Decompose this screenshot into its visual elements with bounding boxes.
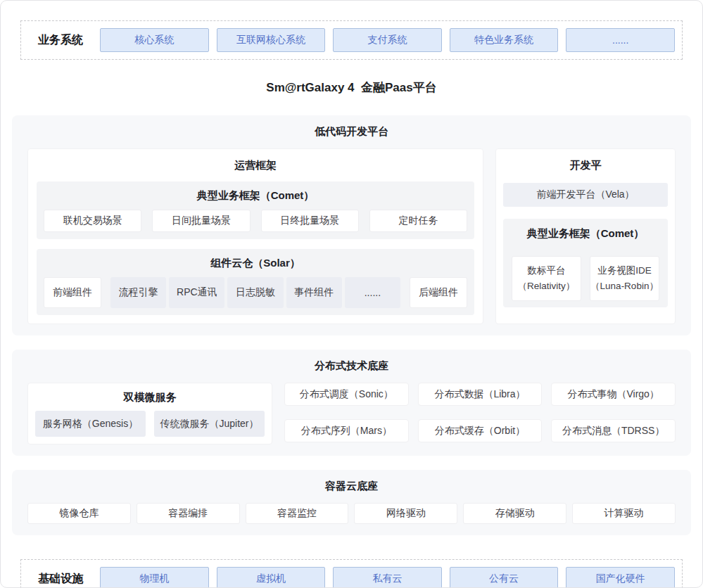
component-backend: 后端组件 [410,277,467,308]
comet-scenario-row: 联机交易场景 日间批量场景 日终批量场景 定时任务 [44,210,467,232]
infrastructure-boxes: 物理机 虚拟机 私有云 公有云 国产化硬件 [100,567,675,588]
component-frontend: 前端组件 [44,277,101,308]
distributed-cache-orbit: 分布式缓存（Orbit） [418,419,543,442]
dual-mode-row: 服务网格（Genesis） 传统微服务（Jupiter） [35,411,265,437]
infra-virtual-machine: 虚拟机 [217,567,326,588]
relativity-code: （Relativity） [518,279,576,294]
container-monitoring: 容器监控 [246,503,349,524]
infra-physical-machine: 物理机 [100,567,209,588]
distributed-sequence-mars: 分布式序列（Mars） [284,419,409,442]
business-systems-label: 业务系统 [21,33,100,48]
dual-mode-microservices-title: 双模微服务 [35,391,265,404]
distributed-data-libra: 分布式数据（Libra） [418,383,543,406]
storage-driver: 存储驱动 [463,503,566,524]
dev-platform-card: 开发平 前端开发平台（Vela） 典型业务框架（Comet） 数标平台 （Rel… [495,148,676,324]
infrastructure-row: 基础设施 物理机 虚拟机 私有云 公有云 国产化硬件 [20,559,683,588]
service-mesh-genesis: 服务网格（Genesis） [35,411,146,437]
component-rpc: RPC通讯 [169,277,224,308]
infra-domestic-hardware: 国产化硬件 [566,567,675,588]
distributed-transaction-virgo: 分布式事物（Virgo） [551,383,676,406]
low-code-section-body: 运营框架 典型业务框架（Comet） 联机交易场景 日间批量场景 日终批量场景 … [27,148,676,324]
solar-component-cloud-title: 组件云仓（Solar） [44,257,467,270]
image-registry: 镜像仓库 [27,503,131,524]
container-cloud-row: 镜像仓库 容器编排 容器监控 网络驱动 存储驱动 计算驱动 [27,503,676,524]
relativity-data-platform: 数标平台 （Relativity） [512,256,581,301]
distributed-services-grid: 分布式调度（Sonic） 分布式数据（Libra） 分布式事物（Virgo） 分… [284,383,676,445]
operation-framework-title: 运营框架 [37,159,474,172]
business-system-payment: 支付系统 [333,28,442,52]
distributed-section: 分布式技术底座 双模微服务 服务网格（Genesis） 传统微服务（Jupite… [12,350,691,456]
solar-component-cloud-card: 组件云仓（Solar） 前端组件 流程引擎 RPC通讯 日志脱敏 事件组件 ..… [37,249,474,315]
business-systems-row: 业务系统 核心系统 互联网核心系统 支付系统 特色业务系统 ...... [20,20,683,60]
infrastructure-label: 基础设施 [21,572,100,587]
infra-private-cloud: 私有云 [333,567,442,588]
comet-business-framework-title: 典型业务框架（Comet） [44,189,467,203]
low-code-section: 低代码开发平台 运营框架 典型业务框架（Comet） 联机交易场景 日间批量场景… [12,115,691,335]
scenario-end-of-day-batch: 日终批量场景 [261,210,359,232]
network-driver: 网络驱动 [354,503,457,524]
container-cloud-title: 容器云底座 [27,480,676,493]
comet-dev-framework-card: 典型业务框架（Comet） 数标平台 （Relativity） 业务视图IDE … [503,219,668,307]
comet-dev-framework-title: 典型业务框架（Comet） [512,227,659,241]
dual-mode-microservices-card: 双模微服务 服务网格（Genesis） 传统微服务（Jupiter） [27,383,272,445]
business-system-special: 特色业务系统 [450,28,559,52]
distributed-messaging-tdrss: 分布式消息（TDRSS） [551,419,676,442]
comet-business-framework-card: 典型业务框架（Comet） 联机交易场景 日间批量场景 日终批量场景 定时任务 [37,181,474,239]
solar-component-row: 前端组件 流程引擎 RPC通讯 日志脱敏 事件组件 ...... 后端组件 [44,277,467,308]
low-code-section-title: 低代码开发平台 [27,125,676,139]
business-system-internet-core: 互联网核心系统 [217,28,326,52]
distributed-scheduling-sonic: 分布式调度（Sonic） [284,383,409,406]
distributed-section-body: 双模微服务 服务网格（Genesis） 传统微服务（Jupiter） 分布式调度… [27,383,676,445]
container-orchestration: 容器编排 [137,503,240,524]
scenario-scheduled-tasks: 定时任务 [369,210,467,232]
component-process-engine: 流程引擎 [110,277,166,308]
comet-dev-tools-row: 数标平台 （Relativity） 业务视图IDE （Luna-Robin） [512,256,659,301]
container-cloud-section: 容器云底座 镜像仓库 容器编排 容器监控 网络驱动 存储驱动 计算驱动 [12,470,691,535]
luna-robin-name: 业务视图IDE [597,263,652,279]
relativity-name: 数标平台 [528,263,566,279]
scenario-online-trading: 联机交易场景 [44,210,141,232]
distributed-section-title: 分布式技术底座 [27,359,676,373]
scenario-daytime-batch: 日间批量场景 [152,210,250,232]
platform-title: Sm@rtGalaxy 4 金融Paas平台 [1,79,702,96]
business-system-core: 核心系统 [100,28,209,52]
luna-robin-business-view-ide: 业务视图IDE （Luna-Robin） [590,256,659,301]
infra-public-cloud: 公有云 [450,567,559,588]
frontend-dev-platform-vela: 前端开发平台（Vela） [503,183,668,207]
component-event: 事件组件 [286,277,342,308]
business-system-more: ...... [566,28,675,52]
component-log-masking: 日志脱敏 [227,277,283,308]
luna-robin-code: （Luna-Robin） [590,279,659,294]
platform-architecture-diagram: 业务系统 核心系统 互联网核心系统 支付系统 特色业务系统 ...... Sm@… [0,0,703,588]
component-more: ...... [345,277,400,308]
traditional-microservices-jupiter: 传统微服务（Jupiter） [154,411,265,437]
operation-framework-card: 运营框架 典型业务框架（Comet） 联机交易场景 日间批量场景 日终批量场景 … [27,148,483,324]
dev-platform-title: 开发平 [503,159,668,172]
business-systems-boxes: 核心系统 互联网核心系统 支付系统 特色业务系统 ...... [100,28,675,52]
compute-driver: 计算驱动 [572,503,676,524]
